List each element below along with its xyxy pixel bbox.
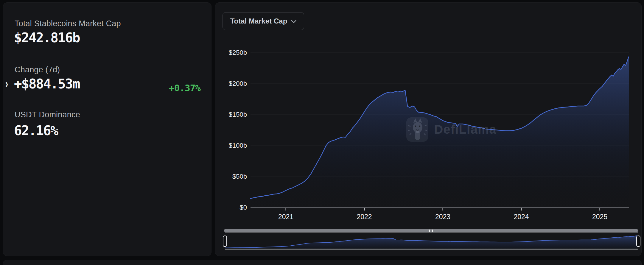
change-7d-label: Change (7d)	[15, 65, 60, 74]
y-axis-label: $50b	[232, 173, 247, 180]
mini-area-fill	[225, 236, 637, 249]
market-cap-value: $242.816b	[14, 30, 80, 45]
chart-panel: Total Market Cap $0$50b$100b$150b$200b$2…	[215, 2, 642, 256]
market-cap-area-chart[interactable]: $0$50b$100b$150b$200b$250b20212022202320…	[215, 3, 642, 256]
usdt-dominance-label: USDT Dominance	[15, 110, 80, 119]
stats-panel: Total Stablecoins Market Cap $242.816b C…	[3, 2, 211, 256]
chevron-right-icon[interactable]: ›	[5, 78, 8, 90]
y-axis-label: $150b	[229, 111, 247, 118]
y-axis-label: $100b	[229, 142, 247, 149]
x-axis-label: 2024	[514, 213, 529, 221]
y-axis-label: $250b	[229, 49, 247, 56]
scrollbar-grip-icon[interactable]	[429, 230, 433, 232]
chart-brush[interactable]	[225, 233, 638, 250]
area-fill	[251, 57, 629, 207]
usdt-dominance-value: 62.16%	[14, 123, 58, 138]
x-axis-label: 2022	[357, 213, 372, 221]
x-axis-label: 2021	[278, 213, 293, 221]
y-axis-label: $200b	[229, 80, 247, 87]
next-section-panel	[3, 260, 642, 265]
brush-mini-chart	[225, 233, 637, 249]
change-7d-value: +$884.53m	[14, 76, 80, 91]
brush-scrollbar[interactable]	[224, 229, 638, 232]
y-axis-label: $0	[240, 204, 247, 211]
x-axis-label: 2025	[592, 213, 607, 221]
change-7d-percent: +0.37%	[169, 82, 200, 93]
x-axis-label: 2023	[435, 213, 450, 221]
brush-handle-left[interactable]	[223, 236, 227, 247]
brush-handle-right[interactable]	[636, 236, 640, 247]
market-cap-label: Total Stablecoins Market Cap	[15, 19, 121, 28]
